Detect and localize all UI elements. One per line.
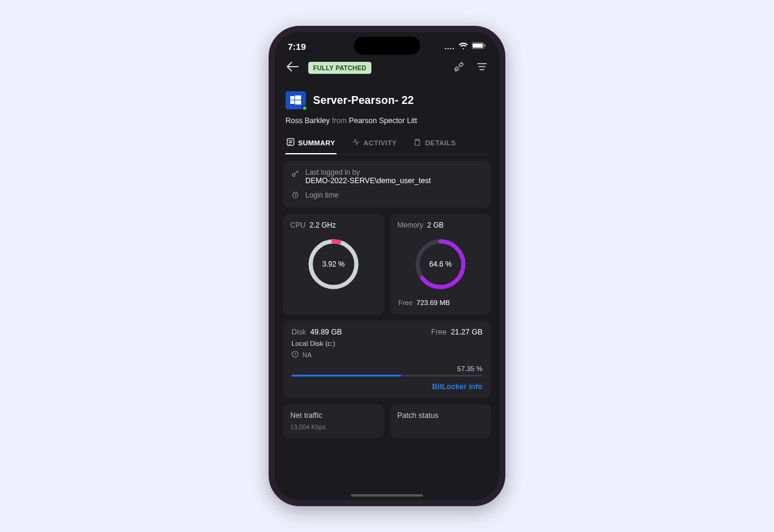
memory-free-value: 723.69 MB [416,299,450,306]
summary-icon [287,138,294,147]
disk-na: NA [302,351,312,358]
svg-rect-2 [484,44,486,47]
memory-card: Memory 2 GB 64.6 % Free 723.69 MB [390,214,491,315]
activity-icon [352,138,360,147]
tab-label: DETAILS [425,139,456,147]
screen-content: FULLY PATCHED Server-Pearson- 22 Ross Ba… [275,55,499,500]
memory-gauge: 64.6 % [412,235,469,293]
status-dots: .... [445,43,455,51]
viewport-frame: 7:19 .... FULLY PATCHED [7,7,767,525]
tab-label: SUMMARY [298,139,335,147]
key-icon [291,169,299,179]
tab-activity[interactable]: ACTIVITY [351,133,398,154]
cpu-gauge: 3.92 % [305,235,362,293]
disk-card: Disk 49.89 GB Free 21.27 GB Local Disk (… [283,321,491,398]
svg-rect-5 [290,100,294,104]
status-right: .... [445,42,486,51]
patch-status-title: Patch status [397,411,484,420]
details-icon [413,138,421,147]
memory-free-label: Free [398,299,413,306]
org-name: Pearson Spector Litt [349,116,417,125]
svg-rect-6 [295,100,301,104]
net-traffic-rate: 13,004 Kbps [290,423,377,431]
disk-volume: Local Disk (c:) [291,340,483,347]
disk-free-value: 21.27 GB [451,328,483,336]
login-card: Last logged in by DEMO-2022-SERVE\demo_u… [283,161,491,208]
svg-point-8 [292,174,295,177]
tab-summary[interactable]: SUMMARY [285,133,337,154]
net-traffic-title: Net traffic [290,411,377,420]
home-indicator[interactable] [351,494,423,497]
wifi-icon [459,42,468,51]
menu-icon[interactable] [474,60,490,76]
alert-icon [291,351,299,359]
device-title-row: Server-Pearson- 22 [283,83,491,114]
svg-rect-3 [290,96,294,100]
online-indicator-icon [302,105,308,111]
tab-label: ACTIVITY [364,139,397,147]
from-label: from [332,116,347,125]
tab-bar: SUMMARY ACTIVITY DETAILS [283,133,491,155]
patch-status-card[interactable]: Patch status [390,404,491,438]
back-icon[interactable] [284,59,301,76]
memory-percent: 64.6 % [412,235,469,293]
device-name: Server-Pearson- 22 [313,94,414,107]
device-subtitle: Ross Barkley from Pearson Spector Litt [283,114,491,133]
tab-details[interactable]: DETAILS [412,133,457,154]
windows-icon [285,91,306,109]
cpu-card: CPU 2.2 GHz 3.92 % [283,214,384,315]
last-login-value: DEMO-2022-SERVE\demo_user_test [305,177,431,185]
phone-frame: 7:19 .... FULLY PATCHED [269,26,505,506]
patch-status-badge: FULLY PATCHED [308,62,371,74]
clock-icon [291,191,299,201]
battery-icon [472,42,486,51]
disk-progress [291,375,483,376]
cpu-freq: 2.2 GHz [309,221,336,229]
cpu-label: CPU [290,221,305,229]
status-time: 7:19 [288,41,306,52]
disk-percent: 57.35 % [291,365,483,372]
net-traffic-card[interactable]: Net traffic 13,004 Kbps [283,404,384,438]
disk-label: Disk [291,328,306,336]
svg-rect-1 [473,44,483,48]
svg-rect-4 [295,95,301,100]
disk-total: 49.89 GB [310,328,342,336]
bitlocker-link[interactable]: BitLocker info [291,382,483,391]
app-topbar: FULLY PATCHED [283,55,491,83]
memory-total: 2 GB [427,221,443,229]
memory-label: Memory [397,221,423,229]
user-name: Ross Barkley [285,116,330,125]
last-login-label: Last logged in by [305,168,431,177]
disk-free-label: Free [431,328,447,336]
tools-icon[interactable] [451,59,467,77]
login-time-label: Login time [305,191,338,199]
cpu-percent: 3.92 % [305,235,362,293]
status-bar: 7:19 .... [275,32,499,55]
